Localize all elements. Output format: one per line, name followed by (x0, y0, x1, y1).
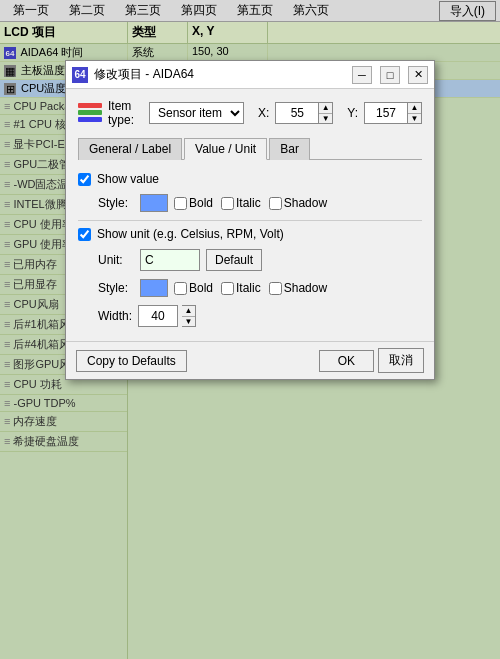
width-label: Width: (98, 309, 134, 323)
y-spin-up[interactable]: ▲ (408, 103, 421, 114)
shadow-checkbox-1[interactable] (269, 197, 282, 210)
y-coord-input[interactable] (364, 102, 408, 124)
italic-check-2[interactable]: Italic (221, 281, 261, 295)
modal-overlay: 64 修改项目 - AIDA64 ─ □ ✕ Item type: Sensor… (0, 0, 500, 659)
y-coord-label: Y: (347, 106, 358, 120)
width-row: Width: ▲ ▼ (98, 305, 422, 327)
tab-content-value-unit: Show value Style: Bold Italic (78, 168, 422, 331)
show-unit-checkbox[interactable] (78, 228, 91, 241)
bold-checkbox-1[interactable] (174, 197, 187, 210)
bold-check-2[interactable]: Bold (174, 281, 213, 295)
show-value-label: Show value (97, 172, 159, 186)
modal-tabs: General / Label Value / Unit Bar (78, 137, 422, 160)
copy-to-defaults-button[interactable]: Copy to Defaults (76, 350, 187, 372)
restore-button[interactable]: □ (380, 66, 400, 84)
italic-checkbox-1[interactable] (221, 197, 234, 210)
x-coord-input[interactable] (275, 102, 319, 124)
item-type-row: Item type: Sensor item X: ▲ ▼ Y: ▲ (78, 99, 422, 127)
y-spin-down[interactable]: ▼ (408, 114, 421, 124)
bold-checkbox-2[interactable] (174, 282, 187, 295)
modal-body: Item type: Sensor item X: ▲ ▼ Y: ▲ (66, 89, 434, 341)
item-type-select[interactable]: Sensor item (149, 102, 244, 124)
item-type-label: Item type: (108, 99, 143, 127)
style-row-2: Style: Bold Italic Shadow (98, 279, 422, 297)
italic-check-1[interactable]: Italic (221, 196, 261, 210)
rainbow-bar-blue (78, 117, 102, 122)
rainbow-bar-green (78, 110, 102, 115)
style-check-group-1: Bold Italic Shadow (174, 196, 327, 210)
x-spin-down[interactable]: ▼ (319, 114, 332, 124)
cancel-button[interactable]: 取消 (378, 348, 424, 373)
shadow-check-1[interactable]: Shadow (269, 196, 327, 210)
modal-window: 64 修改项目 - AIDA64 ─ □ ✕ Item type: Sensor… (65, 60, 435, 380)
show-value-row: Show value (78, 172, 422, 186)
width-spin-up[interactable]: ▲ (182, 306, 195, 317)
style-row-1: Style: Bold Italic Shadow (98, 194, 422, 212)
italic-checkbox-2[interactable] (221, 282, 234, 295)
rainbow-icon (78, 103, 102, 123)
unit-label: Unit: (98, 253, 134, 267)
rainbow-bar-red (78, 103, 102, 108)
show-value-checkbox[interactable] (78, 173, 91, 186)
shadow-checkbox-2[interactable] (269, 282, 282, 295)
show-unit-label: Show unit (e.g. Celsius, RPM, Volt) (97, 227, 284, 241)
x-coord-group: ▲ ▼ (275, 102, 333, 124)
y-coord-group: ▲ ▼ (364, 102, 422, 124)
modal-app-icon: 64 (72, 67, 88, 83)
tab-bar[interactable]: Bar (269, 138, 310, 160)
x-coord-spinner: ▲ ▼ (319, 102, 333, 124)
style-label-2: Style: (98, 281, 134, 295)
shadow-check-2[interactable]: Shadow (269, 281, 327, 295)
tab-value-unit[interactable]: Value / Unit (184, 138, 267, 160)
modal-footer: Copy to Defaults OK 取消 (66, 341, 434, 379)
bold-check-1[interactable]: Bold (174, 196, 213, 210)
unit-input[interactable] (140, 249, 200, 271)
minimize-button[interactable]: ─ (352, 66, 372, 84)
modal-title: 修改项目 - AIDA64 (94, 66, 344, 83)
unit-row: Unit: Default (98, 249, 422, 271)
ok-button[interactable]: OK (319, 350, 374, 372)
width-spinner: ▲ ▼ (182, 305, 196, 327)
y-coord-spinner: ▲ ▼ (408, 102, 422, 124)
tab-general-label[interactable]: General / Label (78, 138, 182, 160)
width-input[interactable] (138, 305, 178, 327)
style-color-swatch-2[interactable] (140, 279, 168, 297)
section-divider (78, 220, 422, 221)
show-unit-row: Show unit (e.g. Celsius, RPM, Volt) (78, 227, 422, 241)
style-color-swatch-1[interactable] (140, 194, 168, 212)
modal-titlebar: 64 修改项目 - AIDA64 ─ □ ✕ (66, 61, 434, 89)
x-spin-up[interactable]: ▲ (319, 103, 332, 114)
style-check-group-2: Bold Italic Shadow (174, 281, 327, 295)
x-coord-label: X: (258, 106, 269, 120)
style-label-1: Style: (98, 196, 134, 210)
close-button[interactable]: ✕ (408, 66, 428, 84)
width-spin-down[interactable]: ▼ (182, 317, 195, 327)
default-button[interactable]: Default (206, 249, 262, 271)
